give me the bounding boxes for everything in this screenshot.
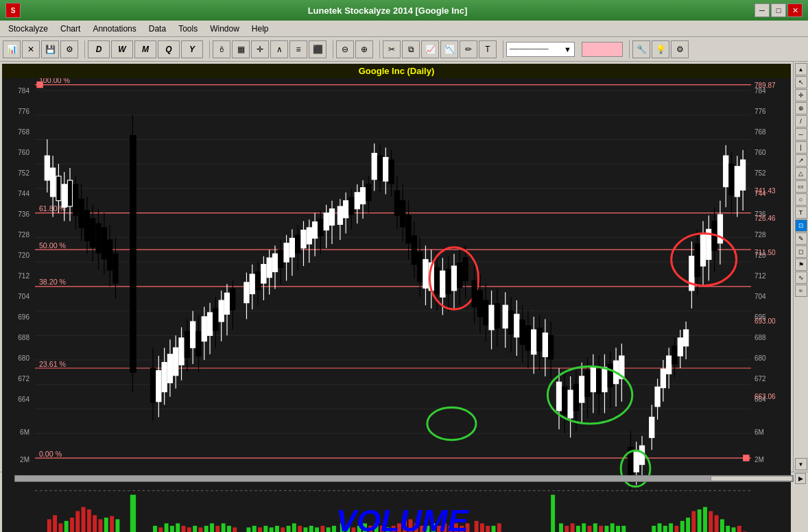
tb-area-btn[interactable]: ≡	[289, 40, 307, 58]
svg-rect-210	[543, 333, 547, 357]
toolbar-sep-5	[499, 40, 503, 58]
toolbar-sep-6	[626, 40, 630, 58]
svg-rect-362	[599, 526, 603, 532]
hline-tool-btn[interactable]: ─	[795, 128, 807, 141]
tb-timeframe-d[interactable]: D	[88, 40, 110, 58]
minimize-button[interactable]: ─	[754, 3, 770, 17]
pattern-tool-btn[interactable]: ≈	[795, 285, 807, 297]
svg-rect-105	[230, 289, 235, 310]
vline-tool-btn[interactable]: |	[795, 141, 807, 154]
svg-rect-314	[270, 527, 274, 532]
tb-timeframe-q[interactable]: Q	[158, 40, 180, 58]
wave-tool-btn[interactable]: ∿	[795, 271, 807, 284]
maximize-button[interactable]: □	[771, 3, 786, 17]
tb-lightbulb-btn[interactable]: 💡	[652, 40, 669, 58]
tb-color-picker[interactable]	[582, 42, 623, 57]
crosshair-tool-btn[interactable]: ✛	[795, 89, 807, 101]
tb-cross-btn[interactable]: ✛	[251, 40, 269, 58]
tb-timeframe-w[interactable]: W	[111, 40, 133, 58]
svg-rect-149	[366, 184, 371, 201]
svg-rect-365	[616, 526, 620, 532]
svg-rect-59	[73, 184, 78, 215]
tb-indicator-btn[interactable]: 📈	[421, 40, 439, 58]
tb-timeframe-y[interactable]: Y	[181, 40, 203, 58]
svg-rect-313	[263, 526, 268, 532]
svg-rect-288	[87, 509, 91, 532]
toolbar-bar-chart-btn[interactable]: 📊	[3, 40, 21, 58]
scrollbar-thumb[interactable]	[711, 476, 793, 481]
svg-rect-113	[261, 265, 266, 283]
toolbar-x-btn[interactable]: ✕	[22, 40, 40, 58]
scroll-up-btn[interactable]: ▲	[795, 63, 807, 75]
svg-rect-107	[244, 282, 249, 303]
arrow-tool-btn[interactable]: ↗	[795, 154, 807, 167]
svg-rect-379	[720, 519, 724, 532]
tb-copy-btn[interactable]: ⧉	[402, 40, 420, 58]
svg-text:672: 672	[18, 375, 29, 383]
menu-tools[interactable]: Tools	[173, 23, 203, 35]
scrollbar-track[interactable]	[14, 475, 794, 482]
svg-text:712: 712	[18, 272, 29, 280]
tb-zoom-out-btn[interactable]: ⊖	[336, 40, 354, 58]
tb-candlestick-btn[interactable]: 🕯	[213, 40, 230, 58]
svg-rect-351	[486, 526, 490, 532]
rect-tool-btn[interactable]: ▭	[795, 180, 807, 193]
scroll-down-btn[interactable]: ▼	[795, 458, 807, 470]
tb-zoom-in-btn[interactable]: ⊕	[355, 40, 373, 58]
ellipse-tool-btn[interactable]: ○	[795, 193, 807, 206]
tb-study-btn[interactable]: 📉	[440, 40, 458, 58]
svg-rect-192	[489, 305, 494, 330]
tb-gear2-btn[interactable]: ⚙	[671, 40, 689, 58]
menu-annotations[interactable]: Annotations	[87, 23, 141, 35]
svg-rect-81	[162, 363, 167, 392]
tb-wrench-btn[interactable]: 🔧	[632, 40, 650, 58]
svg-rect-290	[99, 519, 103, 532]
menu-help[interactable]: Help	[246, 23, 274, 35]
flag-tool-btn[interactable]: ⚑	[795, 258, 807, 271]
tb-bar-btn[interactable]: ▦	[232, 40, 250, 58]
tb-volume-btn[interactable]: ⬛	[309, 40, 326, 58]
menu-chart[interactable]: Chart	[55, 23, 86, 35]
svg-rect-287	[82, 507, 86, 532]
svg-rect-380	[726, 526, 730, 532]
fib-tool-btn[interactable]: △	[795, 167, 807, 180]
pointer-tool-btn[interactable]: ↖	[795, 76, 807, 88]
svg-rect-322	[315, 527, 319, 532]
tb-line-style-dropdown[interactable]: ──────── ▼	[506, 42, 575, 57]
toolbar-save-btn[interactable]: 💾	[41, 40, 59, 58]
cursor-tool-btn[interactable]: ⊡	[795, 219, 807, 232]
svg-rect-303	[198, 527, 202, 532]
tb-text-btn[interactable]: T	[479, 40, 497, 58]
svg-rect-307	[222, 523, 226, 532]
svg-rect-77	[150, 368, 155, 402]
scroll-right-btn[interactable]: ▶	[795, 473, 806, 484]
tb-scissors-btn[interactable]: ✂	[383, 40, 401, 58]
svg-rect-47	[743, 455, 749, 461]
menu-stockalyze[interactable]: Stockalyze	[3, 23, 54, 35]
zoom-tool-btn[interactable]: ⊕	[795, 102, 807, 114]
menu-data[interactable]: Data	[143, 23, 171, 35]
pencil-tool-btn[interactable]: ✎	[795, 232, 807, 245]
main-chart[interactable]: 100.00 % 61.80 % 50.00 % 38.20 % 23.61 %…	[35, 78, 751, 532]
close-button[interactable]: ✕	[787, 3, 803, 17]
text-tool-btn[interactable]: T	[795, 206, 807, 219]
svg-rect-381	[732, 527, 736, 532]
menu-window[interactable]: Window	[204, 23, 245, 35]
eraser-tool-btn[interactable]: ◻	[795, 245, 807, 258]
svg-rect-285	[70, 518, 74, 532]
tb-draw-btn[interactable]: ✏	[460, 40, 477, 58]
line-tool-btn[interactable]: /	[795, 115, 807, 128]
svg-rect-61	[79, 199, 84, 228]
svg-rect-159	[394, 191, 399, 215]
svg-rect-354	[551, 495, 555, 532]
svg-rect-151	[372, 154, 377, 180]
svg-rect-294	[130, 495, 136, 532]
svg-rect-167	[418, 252, 423, 282]
svg-rect-135	[324, 213, 329, 230]
toolbar-settings-btn[interactable]: ⚙	[60, 40, 78, 58]
svg-text:664: 664	[18, 396, 29, 403]
svg-rect-256	[678, 338, 682, 356]
tb-timeframe-m[interactable]: M	[134, 40, 156, 58]
tb-line-btn[interactable]: ∧	[270, 40, 288, 58]
svg-rect-186	[472, 280, 477, 306]
